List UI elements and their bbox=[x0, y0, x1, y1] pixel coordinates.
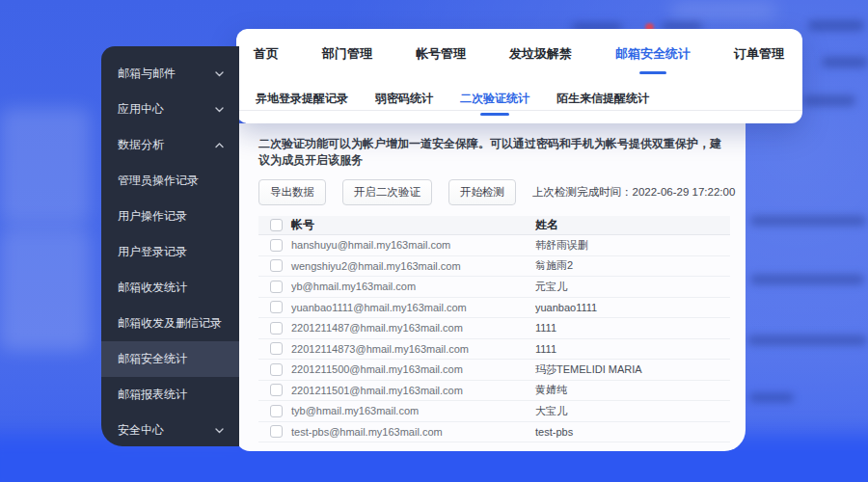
sidebar: 邮箱与邮件 应用中心 数据分析 管理员操作记录 用户操作记录 用户登录记录 邮箱… bbox=[101, 46, 239, 446]
account-cell: wengshiyu2@hmail.my163mail.com bbox=[291, 260, 535, 272]
name-cell: 大宝儿 bbox=[535, 404, 730, 418]
sidebar-item-label: 数据分析 bbox=[118, 137, 164, 153]
account-cell: yuanbao1111@hmail.my163mail.com bbox=[291, 302, 535, 313]
row-checkbox[interactable] bbox=[270, 239, 283, 252]
toolbar: 导出数据 开启二次验证 开始检测 上次检测完成时间：2022-06-29 17:… bbox=[258, 179, 746, 205]
sidebar-item-label: 邮箱收发及删信记录 bbox=[118, 315, 222, 332]
tab-orders[interactable]: 订单管理 bbox=[734, 45, 784, 63]
account-cell: tyb@hmail.my163mail.com bbox=[291, 405, 535, 416]
column-header-name: 姓名 bbox=[535, 217, 730, 233]
table-row: 2201211487@hmail.my163mail.com 1111 bbox=[258, 318, 730, 339]
bg-blur-text bbox=[747, 335, 867, 345]
name-cell: 1111 bbox=[535, 343, 730, 355]
subtab-stranger-mail[interactable]: 陌生来信提醒统计 bbox=[556, 91, 649, 107]
sidebar-item-label: 邮箱安全统计 bbox=[118, 351, 187, 367]
sidebar-item-label: 邮箱报表统计 bbox=[118, 387, 187, 403]
table-row: 2201211501@hmail.my163mail.com 黄婧纯 bbox=[258, 381, 730, 402]
account-cell: test-pbs@hmail.my163mail.com bbox=[291, 426, 535, 438]
account-cell: 2201211487@hmail.my163mail.com bbox=[291, 322, 535, 334]
account-cell: 2201211501@hmail.my163mail.com bbox=[291, 385, 535, 396]
name-cell: 元宝儿 bbox=[535, 280, 730, 294]
sidebar-item-label: 用户登录记录 bbox=[118, 244, 187, 260]
name-cell: 1111 bbox=[535, 322, 730, 334]
row-checkbox[interactable] bbox=[270, 384, 283, 396]
sidebar-item-data-analysis[interactable]: 数据分析 bbox=[101, 127, 239, 163]
subtab-remote-login[interactable]: 异地登录提醒记录 bbox=[256, 91, 348, 107]
tab-account[interactable]: 帐号管理 bbox=[416, 45, 466, 63]
name-cell: test-pbs bbox=[535, 426, 730, 438]
bg-blur-text bbox=[808, 20, 864, 31]
export-data-button[interactable]: 导出数据 bbox=[258, 179, 326, 205]
row-checkbox[interactable] bbox=[270, 425, 283, 438]
row-checkbox[interactable] bbox=[270, 342, 283, 355]
table-row: yb@hmail.my163mail.com 元宝儿 bbox=[258, 277, 730, 298]
chevron-down-icon bbox=[215, 107, 224, 113]
table-row: 22012114873@hmail.my163mail.com 1111 bbox=[258, 339, 730, 361]
subtab-2fa-stats[interactable]: 二次验证统计 bbox=[460, 91, 529, 107]
bg-blur-text bbox=[822, 57, 868, 67]
sidebar-item-mail-and-messages[interactable]: 邮箱与邮件 bbox=[101, 56, 239, 92]
chevron-up-icon bbox=[215, 143, 224, 148]
table-row: hanshuyu@hmail.my163mail.com 韩舒雨误删 bbox=[258, 235, 730, 256]
tab-spam-unban[interactable]: 发垃圾解禁 bbox=[509, 45, 572, 63]
sidebar-item-admin-operation-log[interactable]: 管理员操作记录 bbox=[101, 163, 239, 199]
account-cell: yb@hmail.my163mail.com bbox=[291, 281, 535, 292]
bg-blur-panel bbox=[0, 228, 90, 351]
sidebar-item-label: 安全中心 bbox=[118, 422, 164, 439]
account-cell: 2201211500@hmail.my163mail.com bbox=[291, 363, 535, 375]
sidebar-item-user-login-log[interactable]: 用户登录记录 bbox=[101, 234, 239, 270]
sidebar-item-app-center[interactable]: 应用中心 bbox=[101, 92, 239, 127]
sidebar-item-label: 用户操作记录 bbox=[118, 208, 187, 225]
name-cell: 韩舒雨误删 bbox=[535, 238, 730, 253]
account-cell: 22012114873@hmail.my163mail.com bbox=[291, 343, 535, 355]
sidebar-item-user-operation-log[interactable]: 用户操作记录 bbox=[101, 199, 239, 234]
sidebar-item-label: 应用中心 bbox=[118, 101, 164, 118]
name-cell: 玛莎TEMELIDI MARIA bbox=[535, 362, 730, 377]
name-cell: yuanbao1111 bbox=[535, 302, 730, 313]
subtab-weak-password[interactable]: 弱密码统计 bbox=[375, 91, 433, 107]
app-window: 二次验证功能可以为帐户增加一道安全保障。可以通过密码和手机为帐号提供双重保护，建… bbox=[0, 0, 868, 482]
table-header-row: 帐号 姓名 bbox=[258, 216, 730, 235]
row-checkbox[interactable] bbox=[270, 259, 283, 272]
bg-blur-panel bbox=[0, 108, 90, 224]
accounts-table: 帐号 姓名 hanshuyu@hmail.my163mail.com 韩舒雨误删… bbox=[258, 216, 730, 442]
row-checkbox[interactable] bbox=[270, 322, 283, 335]
row-checkbox[interactable] bbox=[270, 363, 283, 376]
row-checkbox[interactable] bbox=[270, 405, 283, 417]
chevron-down-icon bbox=[215, 71, 224, 77]
sidebar-item-label: 管理员操作记录 bbox=[118, 173, 199, 189]
sidebar-item-mail-security-stats[interactable]: 邮箱安全统计 bbox=[101, 341, 239, 377]
sub-nav: 异地登录提醒记录 弱密码统计 二次验证统计 陌生来信提醒统计 bbox=[236, 110, 802, 111]
row-checkbox[interactable] bbox=[270, 281, 283, 293]
tab-home[interactable]: 首页 bbox=[254, 45, 279, 63]
table-row: tyb@hmail.my163mail.com 大宝儿 bbox=[258, 401, 730, 422]
bg-blur-text bbox=[750, 216, 866, 226]
main-nav: 首页 部门管理 帐号管理 发垃圾解禁 邮箱安全统计 订单管理 bbox=[236, 29, 802, 63]
enable-2fa-button[interactable]: 开启二次验证 bbox=[342, 179, 432, 205]
bg-blur-pill bbox=[670, 5, 776, 16]
name-cell: 翁施雨2 bbox=[535, 258, 730, 273]
feature-description: 二次验证功能可以为帐户增加一道安全保障。可以通过密码和手机为帐号提供双重保护，建… bbox=[258, 136, 730, 169]
header-card: 首页 部门管理 帐号管理 发垃圾解禁 邮箱安全统计 订单管理 异地登录提醒记录 … bbox=[236, 29, 802, 123]
sidebar-item-mail-delete-log[interactable]: 邮箱收发及删信记录 bbox=[101, 306, 239, 341]
bg-blur-text bbox=[749, 393, 794, 402]
sidebar-item-mail-report-stats[interactable]: 邮箱报表统计 bbox=[101, 377, 239, 413]
sidebar-item-security-center[interactable]: 安全中心 bbox=[101, 413, 239, 448]
last-check-time: 上次检测完成时间：2022-06-29 17:22:00 bbox=[532, 185, 735, 200]
table-row: 2201211500@hmail.my163mail.com 玛莎TEMELID… bbox=[258, 360, 730, 381]
select-all-checkbox[interactable] bbox=[270, 219, 283, 231]
chevron-down-icon bbox=[215, 428, 224, 434]
start-check-button[interactable]: 开始检测 bbox=[448, 179, 516, 205]
name-cell: 黄婧纯 bbox=[535, 383, 730, 397]
tab-department[interactable]: 部门管理 bbox=[322, 45, 372, 63]
column-header-account: 帐号 bbox=[291, 217, 535, 233]
bg-blur-text bbox=[802, 95, 855, 106]
row-checkbox[interactable] bbox=[270, 301, 283, 313]
sidebar-item-label: 邮箱收发统计 bbox=[118, 280, 187, 296]
bg-blur-text bbox=[750, 275, 864, 284]
sidebar-item-label: 邮箱与邮件 bbox=[118, 66, 176, 82]
tab-mail-security-stats[interactable]: 邮箱安全统计 bbox=[615, 45, 691, 63]
table-row: yuanbao1111@hmail.my163mail.com yuanbao1… bbox=[258, 298, 730, 319]
content-panel: 二次验证功能可以为帐户增加一道安全保障。可以通过密码和手机为帐号提供双重保护，建… bbox=[236, 123, 746, 451]
sidebar-item-mail-send-receive-stats[interactable]: 邮箱收发统计 bbox=[101, 270, 239, 306]
